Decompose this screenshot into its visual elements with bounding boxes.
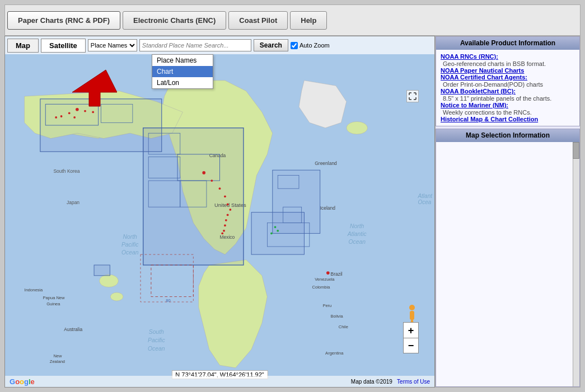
tab-help[interactable]: Help [290,11,327,30]
svg-point-71 [270,232,273,234]
rnc-desc: Geo-referenced charts in BSB format. [443,60,575,67]
map-view-button[interactable]: Map [7,39,39,53]
svg-rect-41 [273,170,320,233]
svg-text:Pacific: Pacific [148,337,165,343]
scrollbar-thumb[interactable] [573,142,579,159]
svg-rect-39 [94,265,110,276]
svg-point-67 [55,116,57,119]
map-container: Map Satellite Place Names Chart Lat/Lon … [4,36,435,388]
svg-text:Argentina: Argentina [325,351,344,356]
svg-text:North: North [123,234,138,240]
svg-point-53 [219,187,221,190]
svg-text:Papua New: Papua New [43,295,65,300]
map-background[interactable]: South Korea Japan North Pacific Ocean No… [5,70,434,376]
notice-mariner-section: Notice to Mariner (NM): Weekly correctio… [441,102,575,116]
available-products-header: Available Product Information [436,37,579,50]
svg-text:Venezuela: Venezuela [315,277,335,282]
certified-agents-desc: Order Print-on-Demand(POD) charts [443,81,575,88]
historical-link[interactable]: Historical Map & Chart Collection [441,116,575,122]
svg-text:Chile: Chile [339,324,348,329]
map-svg: South Korea Japan North Pacific Ocean No… [5,70,434,376]
available-products-section: Available Product Information NOAA RNCs … [436,36,580,126]
tab-enc[interactable]: Electronic Charts (ENC) [123,11,226,30]
tab-rnc[interactable]: Paper Charts (RNC & PDF) [7,11,120,30]
svg-point-69 [274,226,277,228]
expand-map-button[interactable] [406,90,419,102]
autozoom-checkbox[interactable] [291,42,298,49]
svg-point-62 [76,108,79,111]
content-area: Map Satellite Place Names Chart Lat/Lon … [4,36,581,388]
search-input[interactable] [139,39,251,51]
autozoom-label[interactable]: Auto Zoom [291,42,330,49]
svg-text:Ocean: Ocean [348,239,366,245]
svg-point-54 [224,195,226,197]
svg-point-2 [99,275,118,287]
search-button[interactable]: Search [254,39,288,51]
svg-text:South Korea: South Korea [53,168,79,174]
svg-text:New: New [53,353,62,358]
scrollbar-track[interactable] [573,142,579,386]
svg-text:Peru: Peru [322,303,331,308]
svg-text:Zealand: Zealand [50,359,65,364]
nav-bar: Paper Charts (RNC & PDF) Electronic Char… [4,4,581,36]
map-data-copyright: Map data ©2019 Terms of Use [351,379,430,385]
svg-point-51 [202,171,205,174]
svg-text:Atlantic: Atlantic [347,231,367,237]
search-type-select[interactable]: Place Names Chart Lat/Lon [88,39,137,51]
svg-point-55 [227,204,229,206]
paper-charts-section: NOAA Paper Nautical Charts [441,67,575,74]
dropdown-item-latlон[interactable]: Lat/Lon [152,77,213,88]
certified-agents-section: NOAA Certified Chart Agents: Order Print… [441,74,575,88]
tab-pilot[interactable]: Coast Pilot [228,11,288,30]
map-selection-content [436,142,579,386]
svg-point-57 [227,214,229,216]
svg-text:80: 80 [166,298,170,303]
svg-text:Colombia: Colombia [312,285,331,290]
svg-point-68 [73,116,76,119]
svg-text:Ocean: Ocean [148,346,165,352]
terms-of-use-link[interactable]: Terms of Use [397,379,430,385]
svg-text:North: North [350,223,364,229]
svg-point-56 [229,209,231,211]
svg-point-3 [110,292,123,301]
notice-mariner-desc: Weekly corrections to the RNCs. [443,109,575,116]
rnc-link[interactable]: NOAA RNCs (RNC): [441,53,575,60]
svg-point-60 [223,230,225,232]
svg-text:Australia: Australia [64,327,82,332]
search-dropdown: Place Names Chart Lat/Lon [152,54,213,89]
svg-point-58 [225,219,227,221]
svg-point-59 [224,224,226,226]
svg-point-72 [326,271,330,275]
svg-text:Brazil: Brazil [331,271,343,277]
svg-point-61 [221,232,223,234]
svg-text:Japan: Japan [67,200,79,205]
svg-rect-75 [410,311,414,320]
svg-text:Ocean: Ocean [121,249,139,256]
satellite-view-button[interactable]: Satellite [41,39,86,53]
notice-mariner-link[interactable]: Notice to Mariner (NM): [441,102,575,108]
rnc-section: NOAA RNCs (RNC): Geo-referenced charts i… [441,53,575,67]
dropdown-item-chart[interactable]: Chart [152,66,213,77]
svg-point-65 [68,112,71,114]
svg-text:Guinea: Guinea [46,301,60,306]
map-toolbar: Map Satellite Place Names Chart Lat/Lon … [5,36,434,54]
booklet-chart-link[interactable]: NOAA BookletChart (BC): [441,88,575,95]
zoom-in-button[interactable]: + [403,322,419,338]
svg-text:Indonesia: Indonesia [25,287,43,292]
svg-point-74 [409,305,415,310]
svg-point-64 [92,111,94,114]
dropdown-item-place-names[interactable]: Place Names [152,55,213,66]
zoom-out-button[interactable]: − [403,338,419,353]
svg-text:South: South [149,329,164,335]
svg-text:Bolivia: Bolivia [331,314,344,319]
app-wrapper: Paper Charts (RNC & PDF) Electronic Char… [0,0,585,392]
certified-agents-link[interactable]: NOAA Certified Chart Agents: [441,74,575,81]
historical-section: Historical Map & Chart Collection [441,116,575,122]
svg-point-70 [277,230,279,232]
booklet-chart-section: NOAA BookletChart (BC): 8.5" x 11" print… [441,88,575,102]
svg-text:Greenland: Greenland [315,160,337,166]
svg-point-52 [210,180,213,182]
map-selection-section: Map Selection Information [436,129,580,387]
paper-charts-link[interactable]: NOAA Paper Nautical Charts [441,67,575,74]
svg-text:Iceland: Iceland [320,205,336,211]
